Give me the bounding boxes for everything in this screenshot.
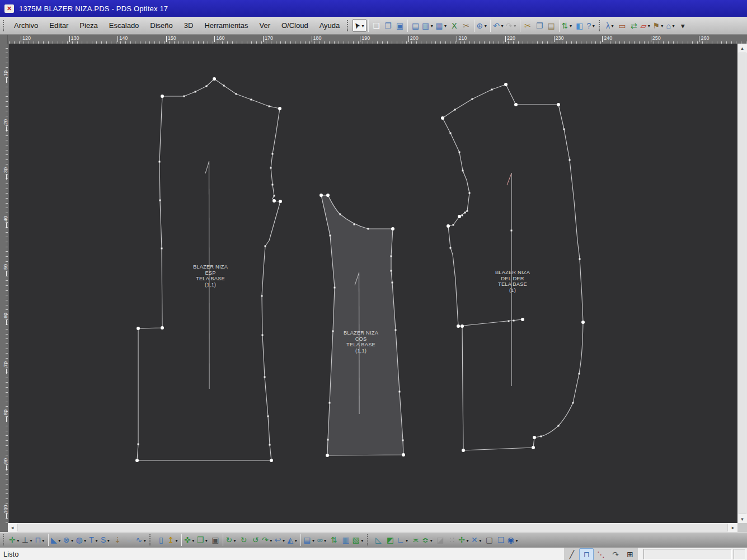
piece-to-marker-dropdown[interactable]: ▾ <box>646 22 651 29</box>
cut-order-button[interactable]: ✂ <box>461 19 472 32</box>
stack-pieces-tool-button[interactable]: ▥ <box>340 534 352 547</box>
menu-ayuda[interactable]: Ayuda <box>314 19 346 32</box>
print-button[interactable]: ▤ <box>410 19 421 32</box>
button-tool-dropdown[interactable]: ▾ <box>83 537 88 543</box>
add-piece-tool-button[interactable]: ❏ <box>495 534 507 547</box>
find-piece-tool-button[interactable]: ∞▾ <box>317 534 328 547</box>
copy-piece-tool-dropdown[interactable]: ▾ <box>204 537 209 543</box>
perpendicular-tool-dropdown[interactable]: ▾ <box>29 537 34 543</box>
undo-dropdown[interactable]: ▾ <box>500 22 505 29</box>
curve-graph-tool-button[interactable]: ◺ <box>373 534 384 547</box>
import-update-dropdown[interactable]: ▾ <box>568 22 573 29</box>
rotate-angle-tool-button[interactable]: ↺ <box>250 534 261 547</box>
add-point-tool-dropdown[interactable]: ▾ <box>16 537 21 543</box>
globe-3d-tool-dropdown[interactable]: ▾ <box>514 537 519 543</box>
smile-curve-tool-button[interactable]: ⌣ <box>124 534 135 547</box>
menu-editar[interactable]: Editar <box>44 19 74 32</box>
redo-dropdown[interactable]: ▾ <box>513 22 518 29</box>
undo-button[interactable]: ↶▾ <box>492 19 505 32</box>
move-piece-tool-button[interactable]: ✢▾ <box>458 534 471 547</box>
vertical-scrollbar[interactable]: ▴ ▾ <box>737 44 747 523</box>
wave-tool-dropdown[interactable]: ▾ <box>142 537 147 543</box>
vertical-scroll-thumb[interactable] <box>739 53 746 514</box>
measure-angle-tool-button[interactable]: ∟▾ <box>396 534 410 547</box>
measure-status-button[interactable]: ╱ <box>565 548 579 560</box>
menu-archivo[interactable]: Archivo <box>8 19 44 32</box>
wave-tool-button[interactable]: ∿▾ <box>135 534 148 547</box>
open-file-button[interactable]: ❐ <box>382 19 394 32</box>
export-excel-button[interactable]: X <box>449 19 461 32</box>
select-tool-button[interactable]: ➤▾ <box>353 19 367 32</box>
rotate-tool-button[interactable]: ↻ <box>238 534 250 547</box>
stitch-status-button[interactable]: ⋱ <box>594 548 608 560</box>
menu-herramientas[interactable]: Herramientas <box>199 19 253 32</box>
measure-stitch-tool-dropdown[interactable]: ▾ <box>429 537 434 543</box>
new-file-button[interactable]: ❏ <box>370 19 382 32</box>
toolbar-grip-handle[interactable] <box>367 534 370 545</box>
scroll-down-button[interactable]: ▾ <box>738 515 747 523</box>
home-piece-dropdown[interactable]: ▾ <box>671 22 676 29</box>
perpendicular-tool-button[interactable]: ⊥▾ <box>21 534 34 547</box>
side-piece-outline[interactable] <box>321 195 403 455</box>
print-preview-button[interactable]: ▥▾ <box>421 19 435 32</box>
pattern-canvas[interactable]: BLAZER NIZA ESP TELA BASE (1,1) BLAZER N… <box>8 44 737 523</box>
split-piece-tool-dropdown[interactable]: ▾ <box>478 537 483 543</box>
sync-pieces-button[interactable]: ◧ <box>574 19 585 32</box>
zoom-tool-button[interactable]: ⊕▾ <box>476 19 489 32</box>
drill-hole-tool-button[interactable]: ⊗▾ <box>63 534 76 547</box>
menu-3d[interactable]: 3D <box>178 19 199 32</box>
move-point-tool-button[interactable]: ✜▾ <box>184 534 196 547</box>
send-to-plotter-button[interactable]: ▦▾ <box>435 19 448 32</box>
scroll-left-button[interactable]: ◂ <box>8 524 17 532</box>
globe-3d-tool-button[interactable]: ◉▾ <box>507 534 520 547</box>
dart-tool-dropdown[interactable]: ▾ <box>57 537 62 543</box>
horizontal-scroll-thumb[interactable] <box>17 524 728 531</box>
pin-tool-dropdown[interactable]: ▾ <box>660 22 665 29</box>
zoom-tool-dropdown[interactable]: ▾ <box>483 22 488 29</box>
dart-tool-button[interactable]: ◣▾ <box>50 534 63 547</box>
toolbar-overflow-button[interactable]: ▾ <box>677 19 689 32</box>
pin-point-tool-dropdown[interactable]: ▾ <box>174 537 179 543</box>
delete-tool-button[interactable]: ▯ <box>155 534 167 547</box>
measure-ruler-button[interactable]: ▭ <box>616 19 628 32</box>
drill-hole-tool-dropdown[interactable]: ▾ <box>69 537 74 543</box>
rotate-piece-tool-button[interactable]: ↻▾ <box>225 534 238 547</box>
measure-line-tool-button[interactable]: ≍ <box>410 534 422 547</box>
measure-stitch-tool-button[interactable]: ≎▾ <box>422 534 435 547</box>
rotate-align-tool-button[interactable]: ↷▾ <box>261 534 274 547</box>
copy-button[interactable]: ❐ <box>534 19 546 32</box>
piece-to-marker-button[interactable]: ▱▾ <box>640 19 652 32</box>
context-help-dropdown[interactable]: ▾ <box>591 22 596 29</box>
menu-pieza[interactable]: Pieza <box>74 19 104 32</box>
home-piece-button[interactable]: ⌂▾ <box>665 19 677 32</box>
update-piece-tool-dropdown[interactable]: ▾ <box>360 537 365 543</box>
menu-escalado[interactable]: Escalado <box>104 19 144 32</box>
add-point-tool-button[interactable]: ✛▾ <box>8 534 21 547</box>
save-file-button[interactable]: ▣ <box>394 19 406 32</box>
piece-report-tool-button[interactable]: ▤▾ <box>303 534 316 547</box>
seam-tool-dropdown[interactable]: ▾ <box>106 537 111 543</box>
mirror-tool-dropdown[interactable]: ▾ <box>293 537 298 543</box>
scroll-right-button[interactable]: ▸ <box>729 524 737 532</box>
print-preview-dropdown[interactable]: ▾ <box>429 22 434 29</box>
sewing-machine-tool-dropdown[interactable]: ▾ <box>41 537 46 543</box>
seam-tool-button[interactable]: S▾ <box>100 534 112 547</box>
walk-check-tool-button[interactable]: ⇅ <box>328 534 340 547</box>
pin-point-tool-button[interactable]: ↥▾ <box>167 534 180 547</box>
move-point-tool-dropdown[interactable]: ▾ <box>191 537 196 543</box>
move-piece-tool-dropdown[interactable]: ▾ <box>465 537 470 543</box>
flip-tool-dropdown[interactable]: ▾ <box>281 537 286 543</box>
split-piece-tool-button[interactable]: ✕▾ <box>471 534 483 547</box>
toolbar-grip-handle[interactable] <box>3 534 6 545</box>
text-tool-dropdown[interactable]: ▾ <box>94 537 99 543</box>
text-tool-button[interactable]: T▾ <box>88 534 100 547</box>
notch-tool-button[interactable]: ⇣ <box>112 534 124 547</box>
pin-tool-button[interactable]: ⚑▾ <box>652 19 665 32</box>
menu-dise-o[interactable]: Diseño <box>144 19 178 32</box>
paste-button[interactable]: ▤ <box>546 19 557 32</box>
box-select-tool-button[interactable]: ▣ <box>209 534 221 547</box>
measure-angle-tool-dropdown[interactable]: ▾ <box>405 537 410 543</box>
menu-ver[interactable]: Ver <box>253 19 276 32</box>
piece-report-tool-dropdown[interactable]: ▾ <box>311 537 316 543</box>
rotate-piece-tool-dropdown[interactable]: ▾ <box>232 537 237 543</box>
